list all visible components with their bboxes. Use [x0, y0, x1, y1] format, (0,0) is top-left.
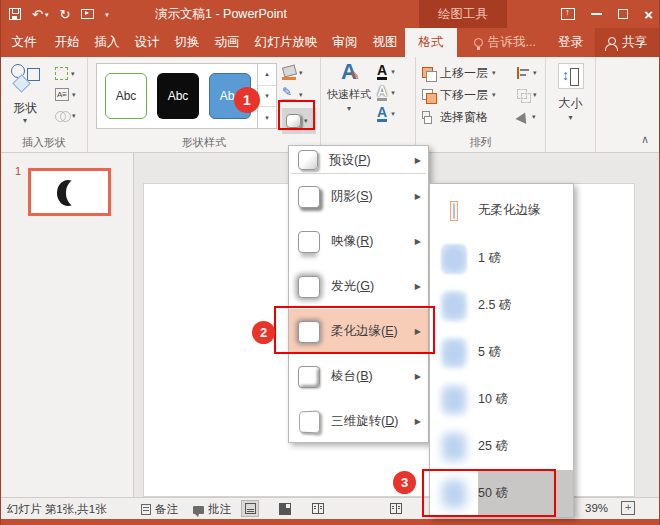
size-button[interactable]: 大小	[546, 95, 595, 112]
merge-shapes-button[interactable]: ▾	[55, 105, 87, 126]
submenu-item-5pt[interactable]: 5 磅	[430, 329, 573, 376]
shape-fill-dropdown-icon[interactable]: ▾	[299, 69, 303, 77]
share-button[interactable]: 共享	[595, 28, 659, 57]
submenu-item-1pt[interactable]: 1 磅	[430, 235, 573, 282]
shape-effects-button[interactable]: ▾	[282, 108, 316, 134]
align-dropdown-icon[interactable]: ▾	[533, 69, 537, 77]
share-label: 共享	[622, 34, 647, 51]
menu-item-shadow[interactable]: 阴影(S) ▶	[289, 174, 428, 219]
quick-styles-button[interactable]: A 快速样式 ▾	[327, 61, 371, 113]
send-backward-dropdown-icon[interactable]: ▾	[492, 91, 496, 99]
maximize-icon[interactable]	[618, 9, 628, 19]
tab-animations[interactable]: 动画	[207, 28, 247, 57]
submenu-item-no-soft-edges[interactable]: 无柔化边缘	[430, 186, 573, 235]
preset-effect-icon	[298, 150, 318, 170]
size-dropdown-icon[interactable]: ▾	[546, 113, 595, 122]
undo-dropdown-icon[interactable]: ▾	[45, 11, 49, 18]
reading-view-button[interactable]	[309, 500, 327, 517]
notes-icon	[141, 504, 151, 515]
close-icon[interactable]: ×	[644, 7, 653, 22]
menu-item-bevel[interactable]: 棱台(B) ▶	[289, 354, 428, 399]
shape-style-thumb-2[interactable]: Abc	[157, 73, 199, 119]
edit-points-icon	[55, 67, 68, 80]
size-icon	[558, 63, 584, 89]
text-outline-dropdown-icon[interactable]: ▾	[391, 89, 395, 97]
slide-1-thumbnail[interactable]	[28, 168, 111, 216]
rotate-dropdown-icon[interactable]: ▾	[532, 113, 536, 121]
text-box-dropdown-icon[interactable]: ▾	[72, 91, 76, 99]
bring-forward-button[interactable]: 上移一层 ▾	[422, 63, 496, 83]
shape-style-thumb-1[interactable]: Abc	[105, 73, 147, 119]
save-button[interactable]	[9, 8, 21, 20]
menu-item-3d-rotation[interactable]: 三维旋转(D) ▶	[289, 399, 428, 444]
edit-points-dropdown-icon[interactable]: ▾	[71, 70, 75, 78]
ribbon-display-options-icon[interactable]	[561, 8, 575, 20]
start-slideshow-button[interactable]	[81, 9, 94, 19]
tab-home[interactable]: 开始	[47, 28, 87, 57]
reading-view-icon	[312, 503, 324, 514]
edit-points-button[interactable]: ▾	[55, 63, 87, 84]
text-fill-dropdown-icon[interactable]: ▾	[391, 68, 395, 76]
shape-effects-dropdown-icon[interactable]: ▾	[304, 117, 308, 125]
moon-shape	[57, 180, 77, 206]
text-box-button[interactable]: A≡▾	[55, 84, 87, 105]
zoom-percentage[interactable]: 39%	[585, 502, 608, 514]
tell-me-box[interactable]: 告诉我...	[464, 28, 546, 57]
gallery-more-button[interactable]: ▾	[258, 107, 276, 128]
gallery-scroll-down[interactable]: ▾	[258, 86, 276, 108]
undo-button[interactable]: ↶▾	[32, 8, 48, 21]
redo-button[interactable]: ↻	[59, 8, 70, 21]
tab-transitions[interactable]: 切换	[167, 28, 207, 57]
sign-in-button[interactable]: 登录	[546, 28, 595, 57]
bring-forward-dropdown-icon[interactable]: ▾	[492, 69, 496, 77]
collapse-ribbon-icon[interactable]: ∧	[641, 133, 649, 146]
notes-button[interactable]: 备注	[141, 502, 178, 517]
normal-view-button[interactable]	[241, 500, 259, 517]
customize-qat-button[interactable]: ▾	[105, 11, 109, 18]
shapes-gallery-icon[interactable]	[9, 64, 49, 96]
shape-effects-menu: 预设(P) ▶ 阴影(S) ▶ 映像(R) ▶ 发光(G) ▶ 柔化边缘(E) …	[288, 145, 429, 443]
tab-insert[interactable]: 插入	[87, 28, 127, 57]
tab-design[interactable]: 设计	[127, 28, 167, 57]
group-objects-dropdown-icon[interactable]: ▾	[533, 91, 537, 99]
selection-pane-button[interactable]: 选择窗格	[422, 107, 488, 127]
send-backward-button[interactable]: 下移一层 ▾	[422, 85, 496, 105]
minimize-icon[interactable]	[591, 13, 602, 15]
menu-item-reflection[interactable]: 映像(R) ▶	[289, 219, 428, 264]
tab-slideshow[interactable]: 幻灯片放映	[247, 28, 325, 57]
menu-item-soft-edges[interactable]: 柔化边缘(E) ▶	[289, 309, 428, 354]
tab-review[interactable]: 审阅	[325, 28, 365, 57]
tab-file[interactable]: 文件	[1, 28, 47, 57]
slide-sorter-icon	[279, 503, 290, 514]
shape-outline-dropdown-icon[interactable]: ▾	[299, 91, 303, 99]
shapes-button[interactable]: 形状	[1, 100, 49, 117]
group-objects-button[interactable]: ▾	[517, 85, 537, 105]
text-effects-button[interactable]: A▾	[377, 103, 395, 124]
shape-fill-button[interactable]: ▾	[282, 62, 320, 84]
submenu-item-2-5pt[interactable]: 2.5 磅	[430, 282, 573, 329]
menu-item-preset[interactable]: 预设(P) ▶	[289, 147, 428, 173]
fit-slide-to-window-icon[interactable]	[621, 501, 635, 515]
text-effects-dropdown-icon[interactable]: ▾	[391, 110, 395, 118]
group-wordart-styles: A 快速样式 ▾ A▾ A▾ A▾	[321, 57, 416, 152]
submenu-item-10pt[interactable]: 10 磅	[430, 376, 573, 423]
text-outline-button[interactable]: A▾	[377, 82, 395, 103]
quick-styles-dropdown-icon[interactable]: ▾	[327, 104, 371, 113]
align-button[interactable]: ▾	[517, 63, 537, 83]
window-bottom-border	[1, 519, 659, 525]
submenu-item-label: 5 磅	[478, 344, 501, 361]
submenu-item-25pt[interactable]: 25 磅	[430, 423, 573, 470]
rotate-button[interactable]: ▾	[517, 107, 536, 127]
shape-outline-button[interactable]: ▾	[282, 84, 320, 106]
tab-format-active[interactable]: 格式	[405, 28, 457, 57]
gallery-scroll-up[interactable]: ▴	[258, 64, 276, 86]
merge-shapes-dropdown-icon[interactable]: ▾	[72, 112, 76, 120]
slide-sorter-view-button[interactable]	[275, 500, 293, 517]
tab-view[interactable]: 视图	[365, 28, 405, 57]
shapes-dropdown-icon[interactable]: ▾	[1, 116, 49, 125]
menu-item-glow[interactable]: 发光(G) ▶	[289, 264, 428, 309]
submenu-item-50pt[interactable]: 50 磅	[430, 470, 573, 517]
slideshow-view-button[interactable]	[387, 500, 405, 517]
text-fill-button[interactable]: A▾	[377, 61, 395, 82]
comments-button[interactable]: 批注	[193, 502, 231, 517]
